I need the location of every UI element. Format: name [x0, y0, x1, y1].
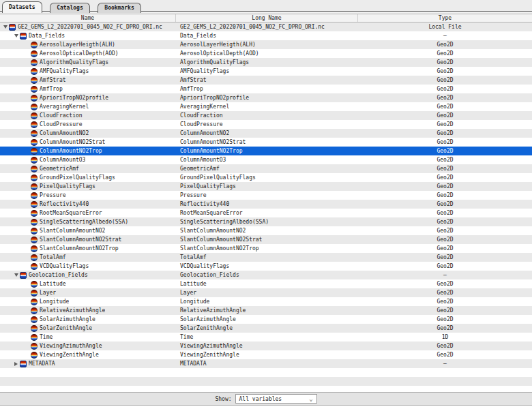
expand-arrow — [24, 350, 30, 359]
row-long-name: Latitude — [176, 279, 358, 288]
row-name: ColumnAmountNO2Trop — [40, 147, 102, 155]
table-row[interactable]: Geolocation_Fields Geolocation_Fields — — [0, 271, 532, 279]
table-row[interactable]: SlantColumnAmountNO2 SlantColumnAmountNO… — [0, 226, 532, 235]
column-header-type[interactable]: Type — [358, 14, 532, 22]
row-type: Local File — [358, 22, 532, 31]
show-variables-select[interactable]: All variables ⌄ — [235, 394, 317, 404]
variable-icon — [31, 210, 38, 217]
column-header-name[interactable]: Name — [0, 14, 176, 22]
footer-bar: Show: All variables ⌄ — [0, 392, 532, 406]
table-row[interactable]: ViewingAzimuthAngle ViewingAzimuthAngle … — [0, 342, 532, 350]
row-type: Geo2D — [358, 288, 532, 297]
row-long-name: ColumnAmountNO2Trop — [176, 147, 358, 155]
row-type: Geo2D — [358, 129, 532, 138]
table-row[interactable]: SolarAzimuthAngle SolarAzimuthAngle Geo2… — [0, 315, 532, 324]
variable-icon — [31, 50, 38, 57]
row-type: Geo2D — [358, 191, 532, 200]
expand-arrow[interactable] — [2, 22, 8, 31]
table-row[interactable]: GeometricAmf GeometricAmf Geo2D — [0, 164, 532, 173]
row-long-name: ViewingAzimuthAngle — [176, 342, 358, 350]
table-row[interactable]: RootMeanSquareError RootMeanSquareError … — [0, 209, 532, 217]
row-name: Geolocation_Fields — [29, 271, 88, 279]
table-row[interactable]: GroundPixelQualityFlags GroundPixelQuali… — [0, 173, 532, 182]
table-row[interactable]: SlantColumnAmountNO2Strat SlantColumnAmo… — [0, 235, 532, 244]
tree-cell: GeometricAmf — [0, 164, 176, 173]
row-long-name: SlantColumnAmountNO2Strat — [176, 235, 358, 244]
tab-bookmarks[interactable]: Bookmarks — [98, 3, 141, 13]
row-long-name: AerosolOpticalDepth(AOD) — [176, 49, 358, 58]
variable-icon — [31, 343, 38, 350]
table-row[interactable]: Pressure Pressure Geo2D — [0, 191, 532, 200]
table-row[interactable]: AmfStrat AmfStrat Geo2D — [0, 76, 532, 85]
table-row[interactable]: ColumnAmountNO2Strat ColumnAmountNO2Stra… — [0, 138, 532, 147]
variable-icon — [31, 325, 38, 332]
tree-cell: ColumnAmountO3 — [0, 155, 176, 164]
row-type: Geo2D — [358, 209, 532, 217]
tab-catalogs[interactable]: Catalogs — [50, 3, 90, 13]
expand-arrow — [24, 217, 30, 226]
table-row[interactable]: CloudFraction CloudFraction Geo2D — [0, 111, 532, 120]
expand-arrow[interactable] — [13, 271, 19, 279]
expand-arrow — [24, 58, 30, 67]
table-row[interactable]: AMFQualityFlags AMFQualityFlags Geo2D — [0, 67, 532, 76]
variable-icon — [31, 228, 38, 234]
collapse-arrow[interactable] — [13, 359, 19, 368]
table-row[interactable]: METADATA METADATA — — [0, 359, 532, 368]
row-name: Pressure — [40, 191, 66, 200]
table-row[interactable]: CloudPressure CloudPressure Geo2D — [0, 120, 532, 129]
table-row[interactable]: Data_Fields Data_Fields — — [0, 31, 532, 40]
tree-cell: SingleScatteringAlbedo(SSA) — [0, 217, 176, 226]
variable-icon — [31, 139, 38, 146]
show-label: Show: — [215, 396, 231, 402]
table-row[interactable]: TotalAmf TotalAmf Geo2D — [0, 253, 532, 262]
table-row[interactable]: Time Time 1D — [0, 333, 532, 342]
table-row[interactable]: Layer Layer Geo2D — [0, 288, 532, 297]
row-long-name: GE2_GEMS_L2_20220701_0045_NO2_FC_DPRO_OR… — [176, 22, 358, 31]
table-row[interactable]: SlantColumnAmountNO2Trop SlantColumnAmou… — [0, 244, 532, 253]
table-row[interactable]: AmfTrop AmfTrop Geo2D — [0, 85, 532, 93]
expand-arrow — [24, 120, 30, 129]
table-row[interactable]: ColumnAmountNO2Trop ColumnAmountNO2Trop … — [0, 147, 532, 155]
tree-cell: GroundPixelQualityFlags — [0, 173, 176, 182]
tree-cell: RelativeAzimuthAngle — [0, 306, 176, 315]
table-row[interactable]: ViewingZenithAngle ViewingZenithAngle Ge… — [0, 350, 532, 359]
row-long-name: VCDQualityFlags — [176, 262, 358, 271]
group-icon — [20, 272, 27, 279]
tab-bar: Datasets Catalogs Bookmarks — [0, 0, 532, 12]
table-row[interactable]: VCDQualityFlags VCDQualityFlags Geo2D — [0, 262, 532, 271]
chevron-down-icon: ⌄ — [309, 395, 312, 402]
expand-arrow — [24, 288, 30, 297]
variable-icon — [31, 157, 38, 164]
table-row[interactable]: Latitude Latitude Geo2D — [0, 279, 532, 288]
row-long-name: SolarAzimuthAngle — [176, 315, 358, 324]
table-row[interactable]: Longitude Longitude Geo2D — [0, 297, 532, 306]
table-row[interactable]: GE2_GEMS_L2_20220701_0045_NO2_FC_DPRO_OR… — [0, 22, 532, 31]
row-type: Geo2D — [358, 40, 532, 49]
row-long-name: Longitude — [176, 297, 358, 306]
expand-arrow — [24, 191, 30, 200]
expand-arrow[interactable] — [13, 31, 19, 40]
variable-icon — [31, 130, 38, 137]
table-row[interactable]: AprioriTropNO2profile AprioriTropNO2prof… — [0, 93, 532, 102]
row-long-name: TotalAmf — [176, 253, 358, 262]
table-row[interactable]: AerosolOpticalDepth(AOD) AerosolOpticalD… — [0, 49, 532, 58]
table-row[interactable]: PixelQualityFlags PixelQualityFlags Geo2… — [0, 182, 532, 191]
row-type: Geo2D — [358, 147, 532, 155]
table-row[interactable]: ColumnAmountNO2 ColumnAmountNO2 Geo2D — [0, 129, 532, 138]
tree-cell: ColumnAmountNO2Trop — [0, 147, 176, 155]
variable-icon — [31, 219, 38, 226]
table-row[interactable]: SolarZenithAngle SolarZenithAngle Geo2D — [0, 324, 532, 333]
table-row[interactable]: ColumnAmountO3 ColumnAmountO3 Geo2D — [0, 155, 532, 164]
table-row[interactable]: AveragingKernel AveragingKernel Geo2D — [0, 102, 532, 111]
column-header-long-name[interactable]: Long Name — [176, 14, 358, 22]
tab-datasets[interactable]: Datasets — [2, 1, 42, 13]
table-row[interactable]: Reflectivity440 Reflectivity440 Geo2D — [0, 200, 532, 209]
table-row[interactable]: AerosolLayerHeigth(ALH) AerosolLayerHeig… — [0, 40, 532, 49]
table-row[interactable]: RelativeAzimuthAngle RelativeAzimuthAngl… — [0, 306, 532, 315]
dataset-file-icon — [9, 24, 16, 31]
table-row[interactable]: SingleScatteringAlbedo(SSA) SingleScatte… — [0, 217, 532, 226]
table-row[interactable]: AlgorithmQualityFlags AlgorithmQualityFl… — [0, 58, 532, 67]
row-name: SolarZenithAngle — [40, 324, 92, 333]
tree-cell: ColumnAmountNO2Strat — [0, 138, 176, 147]
expand-arrow — [24, 209, 30, 217]
